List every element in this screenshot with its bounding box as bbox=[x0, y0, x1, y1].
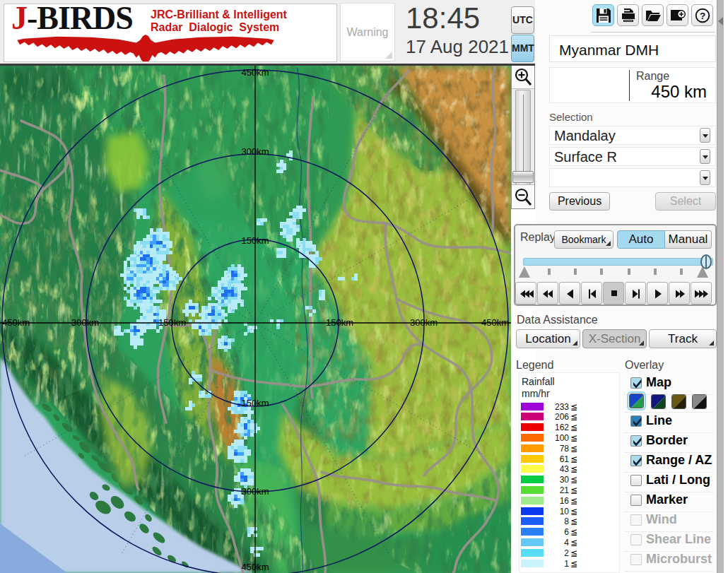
svg-text:?: ? bbox=[700, 11, 705, 21]
svg-text:450km: 450km bbox=[241, 67, 269, 78]
svg-text:450km: 450km bbox=[241, 562, 269, 572]
svg-text:150km: 150km bbox=[326, 317, 353, 328]
svg-text:450km: 450km bbox=[2, 317, 30, 328]
svg-text:300km: 300km bbox=[71, 317, 99, 328]
svg-text:150km: 150km bbox=[241, 398, 269, 408]
svg-text:300km: 300km bbox=[241, 146, 269, 157]
svg-text:300km: 300km bbox=[410, 317, 438, 328]
svg-text:450km: 450km bbox=[481, 317, 509, 328]
svg-text:150km: 150km bbox=[158, 317, 186, 328]
svg-text:300km: 300km bbox=[241, 486, 269, 497]
svg-text:150km: 150km bbox=[241, 235, 269, 246]
